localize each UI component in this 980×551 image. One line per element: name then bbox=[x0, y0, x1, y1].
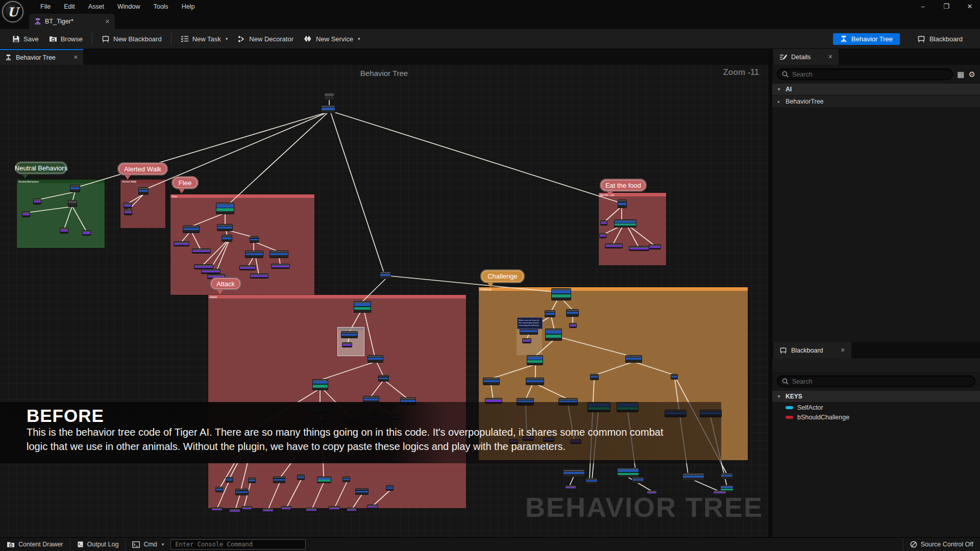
graph-note[interactable]: Make sure we have all the central data b… bbox=[517, 317, 543, 329]
graph-node[interactable] bbox=[34, 199, 41, 204]
graph-node[interactable] bbox=[570, 323, 576, 328]
details-category-ai[interactable]: ▾ AI bbox=[772, 84, 980, 95]
graph-tab-behavior-tree[interactable]: Behavior Tree ✕ bbox=[0, 49, 83, 65]
details-tab-close-icon[interactable]: ✕ bbox=[828, 54, 832, 60]
tab-blackboard[interactable]: Blackboard ✕ bbox=[773, 342, 851, 358]
graph-node[interactable] bbox=[325, 93, 334, 99]
graph-node[interactable] bbox=[586, 479, 597, 484]
graph-node[interactable] bbox=[60, 228, 68, 233]
source-control-button[interactable]: Source Control Off bbox=[903, 538, 980, 551]
graph-node[interactable] bbox=[523, 339, 531, 343]
graph-node[interactable] bbox=[483, 378, 499, 385]
graph-node[interactable] bbox=[632, 478, 644, 483]
graph-node[interactable] bbox=[317, 477, 331, 483]
graph-node[interactable] bbox=[230, 509, 240, 513]
graph-node[interactable] bbox=[306, 508, 316, 512]
graph-node[interactable] bbox=[591, 374, 598, 380]
graph-tab-close-icon[interactable]: ✕ bbox=[74, 54, 78, 61]
graph-node[interactable] bbox=[379, 375, 388, 381]
graph-node[interactable] bbox=[527, 356, 543, 365]
tab-bt-tiger[interactable]: BT_Tiger* ✕ bbox=[29, 14, 115, 29]
tab-close-icon[interactable]: ✕ bbox=[105, 18, 110, 25]
graph-node[interactable] bbox=[605, 244, 622, 248]
graph-node[interactable] bbox=[601, 221, 607, 225]
graph-node[interactable] bbox=[564, 470, 584, 477]
graph-node[interactable] bbox=[174, 242, 189, 246]
comment-bubble[interactable]: Flee bbox=[172, 176, 199, 189]
graph-node[interactable] bbox=[216, 487, 223, 492]
graph-node[interactable] bbox=[124, 203, 131, 208]
graph-node[interactable] bbox=[139, 188, 148, 194]
content-drawer-button[interactable]: Content Drawer bbox=[0, 538, 70, 551]
graph-node[interactable] bbox=[618, 200, 626, 208]
graph-node[interactable] bbox=[83, 231, 90, 235]
minimize-button[interactable]: – bbox=[918, 3, 928, 10]
graph-node[interactable] bbox=[240, 266, 255, 270]
graph-node[interactable] bbox=[212, 508, 222, 511]
browse-button[interactable]: Browse bbox=[44, 32, 88, 46]
graph-node[interactable] bbox=[270, 251, 288, 258]
menu-window[interactable]: Window bbox=[112, 1, 145, 12]
tab-details[interactable]: Details ✕ bbox=[773, 49, 839, 65]
comment-bubble[interactable]: Neutral Behaviors bbox=[15, 161, 67, 174]
graph-node[interactable] bbox=[242, 507, 252, 510]
graph-node[interactable] bbox=[526, 378, 544, 385]
graph-node[interactable] bbox=[125, 210, 132, 215]
graph-node[interactable] bbox=[216, 203, 234, 214]
menu-file[interactable]: File bbox=[35, 1, 56, 12]
expand-arrow-icon[interactable]: ▾ bbox=[776, 87, 781, 92]
graph-node[interactable] bbox=[329, 507, 339, 510]
graph-node[interactable] bbox=[386, 486, 393, 490]
graph-node[interactable] bbox=[354, 302, 371, 312]
menu-tools[interactable]: Tools bbox=[148, 1, 174, 12]
details-row-behaviortree[interactable]: ▸ BehaviorTree bbox=[772, 95, 980, 108]
collapse-arrow-icon[interactable]: ▸ bbox=[776, 99, 781, 104]
graph-node[interactable] bbox=[671, 374, 677, 379]
graph-node[interactable] bbox=[343, 477, 350, 482]
details-search-box[interactable] bbox=[777, 68, 953, 80]
graph-node[interactable] bbox=[263, 509, 273, 512]
graph-node[interactable] bbox=[251, 274, 268, 278]
graph-node[interactable] bbox=[68, 201, 77, 207]
graph-node[interactable] bbox=[368, 505, 378, 509]
graph-node[interactable] bbox=[322, 106, 335, 113]
graph-node[interactable] bbox=[380, 272, 390, 279]
blackboard-keys-header[interactable]: ▾ KEYS bbox=[772, 391, 980, 403]
graph-node[interactable] bbox=[246, 251, 263, 258]
graph-node[interactable] bbox=[629, 246, 649, 251]
menu-asset[interactable]: Asset bbox=[83, 1, 110, 12]
graph-node[interactable] bbox=[70, 185, 80, 192]
graph-node[interactable] bbox=[194, 265, 213, 269]
graph-node[interactable] bbox=[192, 249, 210, 253]
behavior-tree-mode-button[interactable]: Behavior Tree bbox=[833, 33, 900, 45]
output-log-button[interactable]: Output Log bbox=[70, 538, 126, 551]
console-command-input[interactable] bbox=[170, 539, 306, 549]
graph-node[interactable] bbox=[649, 245, 660, 249]
graph-node[interactable] bbox=[22, 212, 30, 217]
gear-icon[interactable]: ⚙ bbox=[969, 70, 975, 79]
blackboard-search-input[interactable] bbox=[792, 378, 970, 385]
comment-bubble[interactable]: Challenge bbox=[480, 269, 525, 283]
save-button[interactable]: Save bbox=[7, 32, 44, 46]
blackboard-search-box[interactable] bbox=[777, 375, 975, 387]
restore-button[interactable]: ❐ bbox=[941, 3, 951, 10]
graph-node[interactable] bbox=[615, 220, 636, 227]
blackboard-tab-close-icon[interactable]: ✕ bbox=[841, 347, 845, 354]
graph-node[interactable] bbox=[202, 269, 220, 273]
unreal-logo[interactable]: U bbox=[2, 1, 23, 22]
graph-node[interactable] bbox=[236, 489, 248, 495]
graph-canvas[interactable]: Behavior Tree Zoom -11 BEHAVIOR TREE Neu… bbox=[0, 65, 768, 537]
graph-node[interactable] bbox=[341, 332, 357, 338]
blackboard-key-selfactor[interactable]: SelfActor bbox=[772, 403, 980, 412]
comment-bubble[interactable]: Attack bbox=[210, 277, 241, 290]
graph-node[interactable] bbox=[567, 310, 578, 316]
graph-node[interactable] bbox=[347, 508, 356, 512]
graph-node[interactable] bbox=[183, 226, 199, 233]
blackboard-key-bshouldchallenge[interactable]: bShouldChallenge bbox=[772, 412, 980, 422]
graph-node[interactable] bbox=[313, 380, 328, 390]
graph-node[interactable] bbox=[272, 264, 289, 268]
graph-node[interactable] bbox=[226, 478, 233, 482]
new-task-button[interactable]: New Task ▾ bbox=[176, 32, 233, 46]
graph-node[interactable] bbox=[714, 491, 726, 494]
display-filter-icon[interactable]: ▦ bbox=[957, 70, 964, 79]
